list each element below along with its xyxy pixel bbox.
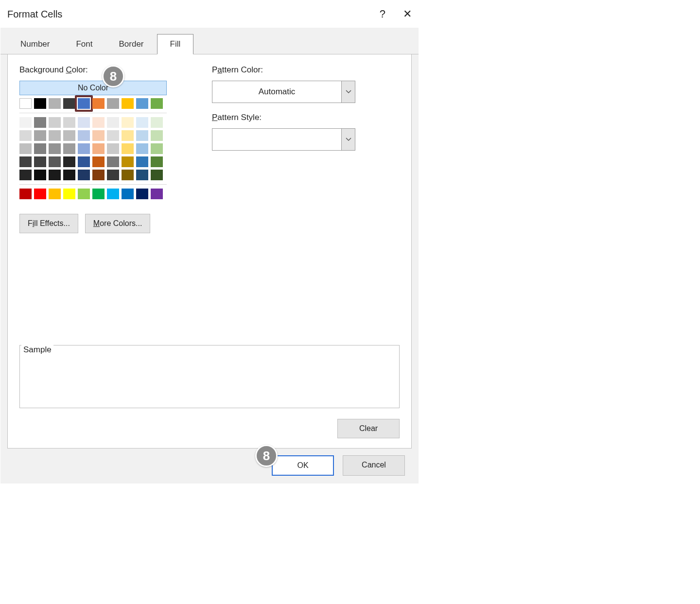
chevron-down-icon[interactable] [341, 81, 355, 103]
dialog-title: Format Cells [7, 9, 62, 20]
titlebar-icons: ? ✕ [380, 9, 412, 19]
tab-number[interactable]: Number [7, 34, 63, 54]
tint-swatch[interactable] [136, 156, 148, 167]
standard-swatch[interactable] [49, 189, 61, 199]
tint-swatch[interactable] [122, 117, 134, 128]
chevron-down-icon[interactable] [341, 129, 355, 150]
sample-preview [19, 345, 400, 408]
tint-swatch[interactable] [122, 143, 134, 154]
tint-swatch[interactable] [63, 143, 75, 154]
standard-swatch[interactable] [63, 189, 75, 199]
tint-swatch[interactable] [107, 143, 119, 154]
tint-swatch[interactable] [19, 170, 32, 180]
callout-badge-color: 8 [102, 65, 124, 87]
tint-swatch[interactable] [78, 156, 90, 167]
pattern-section: Pattern Color: Automatic Pattern Style: [212, 65, 400, 233]
theme-tints-grid [19, 117, 185, 180]
tint-swatch[interactable] [63, 170, 75, 180]
tint-swatch[interactable] [34, 156, 46, 167]
no-color-button[interactable]: No Color [19, 81, 167, 95]
tint-swatch[interactable] [92, 170, 105, 180]
tint-swatch[interactable] [122, 170, 134, 180]
tab-fill[interactable]: Fill [157, 34, 194, 54]
tint-swatch[interactable] [49, 156, 61, 167]
standard-swatch[interactable] [34, 189, 46, 199]
standard-swatch[interactable] [78, 189, 90, 199]
fill-effects-button[interactable]: Fill Effects... [19, 214, 78, 233]
tabstrip: Number Font Border Fill [0, 28, 419, 54]
tint-swatch[interactable] [78, 170, 90, 180]
tint-swatch[interactable] [151, 130, 163, 141]
tint-swatch[interactable] [136, 130, 148, 141]
tint-swatch[interactable] [63, 117, 75, 128]
tint-swatch[interactable] [136, 117, 148, 128]
tint-swatch[interactable] [19, 130, 32, 141]
theme-swatch[interactable] [122, 98, 134, 109]
pattern-style-label: Pattern Style: [212, 113, 400, 122]
theme-swatch[interactable] [49, 98, 61, 109]
tint-swatch[interactable] [78, 130, 90, 141]
pattern-color-select[interactable]: Automatic [212, 81, 355, 103]
tint-swatch[interactable] [107, 117, 119, 128]
tint-swatch[interactable] [34, 130, 46, 141]
theme-swatch[interactable] [92, 98, 105, 109]
tint-swatch[interactable] [19, 156, 32, 167]
standard-swatch[interactable] [19, 189, 32, 199]
background-color-section: Background Color: No Color Fill Effects.… [19, 65, 185, 233]
theme-swatch[interactable] [34, 98, 46, 109]
tint-swatch[interactable] [63, 156, 75, 167]
tint-swatch[interactable] [122, 130, 134, 141]
standard-swatch[interactable] [122, 189, 134, 199]
tint-swatch[interactable] [107, 156, 119, 167]
theme-swatch[interactable] [151, 98, 163, 109]
tint-swatch[interactable] [122, 156, 134, 167]
help-icon[interactable]: ? [380, 9, 385, 19]
tint-swatch[interactable] [107, 130, 119, 141]
tint-swatch[interactable] [151, 156, 163, 167]
theme-swatch[interactable] [19, 98, 32, 109]
color-extra-buttons: Fill Effects... More Colors... [19, 214, 185, 233]
more-colors-button[interactable]: More Colors... [85, 214, 150, 233]
standard-swatch[interactable] [92, 189, 105, 199]
ok-button[interactable]: OK [272, 455, 334, 476]
theme-swatch[interactable] [136, 98, 148, 109]
tint-swatch[interactable] [49, 117, 61, 128]
sample-section: Sample [19, 340, 400, 408]
close-icon[interactable]: ✕ [403, 9, 412, 19]
tint-swatch[interactable] [34, 117, 46, 128]
theme-swatch[interactable] [78, 98, 90, 109]
tint-swatch[interactable] [92, 130, 105, 141]
tint-swatch[interactable] [49, 130, 61, 141]
standard-swatch[interactable] [136, 189, 148, 199]
standard-swatch[interactable] [107, 189, 119, 199]
cancel-button[interactable]: Cancel [343, 455, 405, 476]
tint-swatch[interactable] [92, 156, 105, 167]
tint-swatch[interactable] [151, 117, 163, 128]
tint-swatch[interactable] [136, 143, 148, 154]
tint-swatch[interactable] [34, 170, 46, 180]
tint-swatch[interactable] [92, 143, 105, 154]
tint-swatch[interactable] [92, 117, 105, 128]
tint-swatch[interactable] [107, 170, 119, 180]
theme-swatch[interactable] [63, 98, 75, 109]
tint-swatch[interactable] [19, 143, 32, 154]
standard-swatch[interactable] [151, 189, 163, 199]
theme-swatch[interactable] [107, 98, 119, 109]
tint-swatch[interactable] [151, 143, 163, 154]
clear-row: Clear [19, 419, 400, 438]
tint-swatch[interactable] [136, 170, 148, 180]
pattern-style-select[interactable] [212, 128, 355, 151]
tint-swatch[interactable] [78, 117, 90, 128]
tint-swatch[interactable] [151, 170, 163, 180]
theme-color-row [19, 98, 185, 109]
tint-swatch[interactable] [78, 143, 90, 154]
tab-border[interactable]: Border [106, 34, 157, 54]
clear-button[interactable]: Clear [337, 419, 400, 438]
tint-swatch[interactable] [19, 117, 32, 128]
theme-tints-divider [19, 113, 167, 113]
tint-swatch[interactable] [34, 143, 46, 154]
tint-swatch[interactable] [63, 130, 75, 141]
tint-swatch[interactable] [49, 143, 61, 154]
tint-swatch[interactable] [49, 170, 61, 180]
tab-font[interactable]: Font [63, 34, 105, 54]
